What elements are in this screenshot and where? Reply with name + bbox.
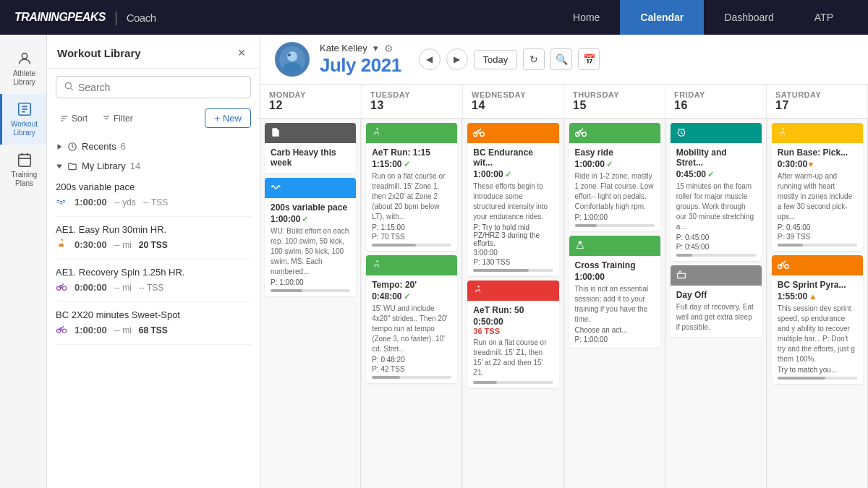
day-num-thursday: 15 bbox=[573, 99, 656, 112]
nav-dashboard[interactable]: Dashboard bbox=[704, 0, 794, 35]
item-meta: 1:00:00 -- yds -- TSS bbox=[56, 195, 251, 209]
bike-icon bbox=[473, 127, 485, 140]
200s-card[interactable]: 200s variable pace 1:00:00 ✓ WU: Build e… bbox=[265, 178, 356, 296]
card-duration: 0:48:00 ✓ bbox=[372, 291, 451, 301]
sidebar-item-training-plans[interactable]: TrainingPlans bbox=[0, 145, 46, 195]
card-body: AeT Run: 50 0:50:00 36 TSS Run on a flat… bbox=[467, 301, 558, 388]
brand-logo: TRAININGPEAKS | Coach bbox=[14, 9, 156, 26]
tempo-card[interactable]: Tempo: 20' 0:48:00 ✓ 15' WU and include … bbox=[366, 255, 457, 383]
day-header-tuesday: TUESDAY 13 bbox=[362, 85, 463, 118]
athlete-name-row: Kate Kelley ▾ ⚙ bbox=[320, 43, 401, 54]
recents-section[interactable]: Recents 6 bbox=[56, 135, 251, 155]
tss-bar bbox=[271, 289, 302, 292]
new-button[interactable]: + New bbox=[205, 108, 251, 128]
bc-endurance-card[interactable]: BC Endurance wit... 1:00:00 ✓ These effo… bbox=[467, 123, 558, 276]
search-calendar-button[interactable]: 🔍 bbox=[550, 48, 572, 70]
check-icon: ✓ bbox=[707, 170, 714, 179]
sort-icon bbox=[60, 114, 69, 123]
item-distance: -- mi bbox=[114, 283, 132, 293]
next-month-button[interactable]: ▶ bbox=[446, 48, 468, 70]
item-name: AE1. Easy Run 30min HR. bbox=[56, 224, 251, 235]
filter-icon bbox=[102, 114, 111, 123]
tss-bar-wrap bbox=[778, 244, 857, 247]
calendar-view-button[interactable]: 📅 bbox=[578, 48, 600, 70]
sidebar-item-athlete-library[interactable]: AthleteLibrary bbox=[0, 43, 46, 94]
tss-bar bbox=[473, 269, 529, 272]
athlete-dropdown-button[interactable]: ▾ bbox=[373, 43, 378, 53]
day-label-thursday: THURSDAY bbox=[573, 90, 619, 99]
cross-training-card[interactable]: Cross Training 1:00:00 This is not an es… bbox=[569, 236, 660, 348]
card-stats-dur: 3:00:00 bbox=[473, 249, 553, 257]
wednesday-column: BC Endurance wit... 1:00:00 ✓ These effo… bbox=[463, 119, 563, 488]
aet-run-card[interactable]: AeT Run: 1:15 1:15:00 ✓ Run on a flat co… bbox=[366, 123, 457, 251]
card-desc: 15' WU and include 4x20" strides.. Then … bbox=[372, 304, 451, 354]
list-item[interactable]: AE1. Easy Run 30min HR. 0:30:00 -- mi 20… bbox=[56, 217, 251, 260]
run-base-card[interactable]: Run Base: Pick... 0:30:00 ▾ After warm-u… bbox=[772, 123, 863, 251]
bc-sprint-card[interactable]: BC Sprint Pyra... 1:55:00 ▲ This session… bbox=[772, 255, 863, 384]
athlete-avatar bbox=[275, 42, 310, 77]
card-body: BC Endurance wit... 1:00:00 ✓ These effo… bbox=[467, 143, 558, 276]
card-stats: P: 0:48:20 bbox=[372, 356, 451, 364]
day-header-friday: FRIDAY 16 bbox=[665, 85, 767, 118]
svg-point-33 bbox=[478, 286, 480, 287]
sort-button[interactable]: Sort bbox=[56, 111, 92, 127]
card-stats: P: 1:00:00 bbox=[575, 335, 655, 343]
item-meta: 1:00:00 -- mi 68 TSS bbox=[56, 323, 251, 337]
card-header bbox=[366, 255, 457, 275]
aet-run-50-card[interactable]: AeT Run: 50 0:50:00 36 TSS Run on a flat… bbox=[467, 281, 558, 388]
card-stats-p2: P: 39 TSS bbox=[778, 233, 857, 241]
swim-icon bbox=[271, 182, 282, 194]
search-bar[interactable] bbox=[56, 76, 251, 98]
close-button[interactable]: × bbox=[234, 45, 250, 61]
filter-button[interactable]: Filter bbox=[98, 111, 137, 127]
list-item[interactable]: BC 2X20 minutes Sweet-Spot 1:00:00 -- mi… bbox=[56, 302, 251, 345]
list-item[interactable]: 200s variable pace 1:00:00 -- yds -- TSS bbox=[56, 174, 251, 217]
sort-label: Sort bbox=[72, 114, 88, 124]
card-body: 200s variable pace 1:00:00 ✓ WU: Build e… bbox=[265, 198, 356, 296]
easy-ride-card[interactable]: Easy ride 1:00:00 ✓ Ride in 1-2 zone, mo… bbox=[569, 123, 660, 231]
day-num-friday: 16 bbox=[674, 99, 757, 112]
card-duration: 1:15:00 ✓ bbox=[372, 159, 451, 169]
day-label-monday: MONDAY bbox=[269, 90, 306, 99]
day-off-card[interactable]: Day Off Full day of recovery. Eat well a… bbox=[671, 265, 762, 337]
card-header bbox=[569, 236, 660, 256]
calendar-area: Kate Kelley ▾ ⚙ July 2021 ◀ ▶ Today ↻ 🔍 … bbox=[260, 35, 868, 488]
card-desc: After warm-up and running with heart mos… bbox=[778, 171, 857, 222]
card-stats-choose: Choose an act... bbox=[575, 326, 655, 334]
nav-atp[interactable]: ATP bbox=[794, 0, 854, 35]
prev-month-button[interactable]: ◀ bbox=[419, 48, 441, 70]
athlete-settings-button[interactable]: ⚙ bbox=[384, 43, 393, 54]
my-library-section[interactable]: My Library 14 bbox=[56, 155, 251, 174]
brand-coach: Coach bbox=[127, 12, 156, 24]
item-duration: 0:30:00 bbox=[75, 239, 107, 250]
item-distance: -- mi bbox=[114, 325, 132, 335]
card-duration: 1:00:00 ✓ bbox=[473, 169, 553, 179]
svg-point-35 bbox=[582, 132, 586, 136]
card-desc: This is not an essential session; add it… bbox=[575, 284, 655, 325]
carb-heavy-card[interactable]: Carb Heavy this week bbox=[265, 123, 356, 174]
card-stats-tss: P: 42 TSS bbox=[372, 365, 451, 373]
sidebar-item-workout-library[interactable]: WorkoutLibrary bbox=[0, 94, 46, 145]
tss-bar-wrap bbox=[473, 381, 553, 384]
list-item[interactable]: AE1. Recovery Spin 1.25h HR. 0:00:00 -- … bbox=[56, 260, 251, 302]
folder-icon bbox=[67, 161, 77, 171]
day-header-saturday: SATURDAY 17 bbox=[767, 85, 868, 118]
card-duration: 1:00:00 ✓ bbox=[271, 214, 350, 224]
card-desc: Ride in 1-2 zone, mostly 1 zone. Flat co… bbox=[575, 171, 655, 212]
athlete-name: Kate Kelley bbox=[320, 43, 367, 53]
search-input[interactable] bbox=[78, 82, 243, 93]
thursday-column: Easy ride 1:00:00 ✓ Ride in 1-2 zone, mo… bbox=[565, 119, 665, 488]
today-button[interactable]: Today bbox=[474, 50, 518, 69]
svg-marker-19 bbox=[56, 164, 62, 168]
nav-calendar[interactable]: Calendar bbox=[620, 0, 704, 35]
nav-home[interactable]: Home bbox=[553, 0, 620, 35]
triangle-right-icon bbox=[56, 143, 63, 150]
svg-point-28 bbox=[288, 53, 291, 56]
card-desc: Run on a flat course or treadmill. 15' Z… bbox=[473, 338, 553, 378]
card-stats: P: 1:00:00 bbox=[575, 213, 655, 221]
card-desc: Full day of recovery. Eat well and get e… bbox=[676, 302, 756, 333]
card-body: AeT Run: 1:15 1:15:00 ✓ Run on a flat co… bbox=[366, 143, 457, 251]
card-title: Cross Training bbox=[575, 260, 655, 270]
mobility-card[interactable]: Mobility and Stret... 0:45:00 ✓ 15 minut… bbox=[671, 123, 762, 261]
refresh-button[interactable]: ↻ bbox=[523, 48, 545, 70]
